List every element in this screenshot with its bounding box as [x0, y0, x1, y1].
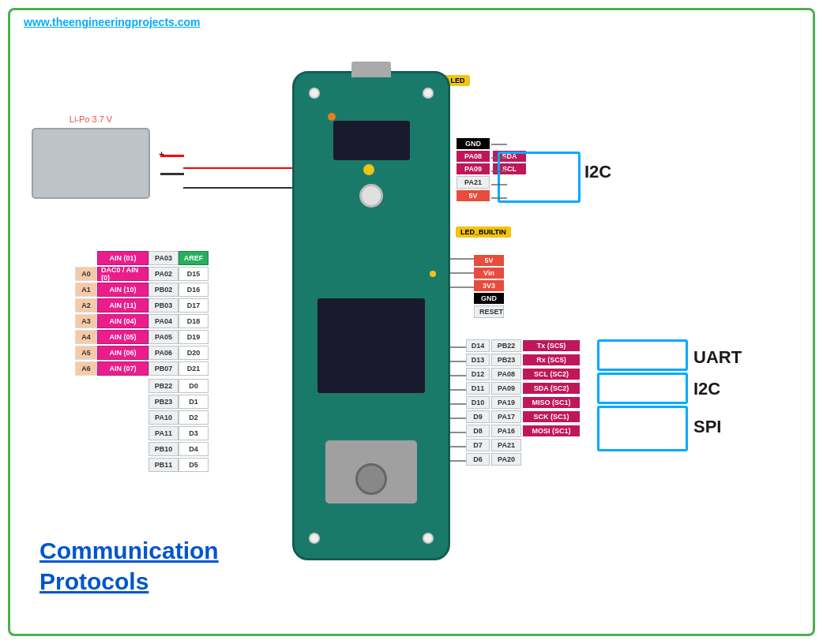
hole-bl	[309, 533, 320, 544]
battery-wire-black	[160, 173, 184, 175]
gnd-label-mid: GND	[474, 293, 504, 304]
pin-miso-sc1: MISO (SC1)	[523, 397, 580, 408]
pin-row-top: AIN (01) PA03 AREF	[75, 251, 209, 265]
pin-pa21-r: PA21	[491, 439, 521, 451]
pin-pa19-r: PA19	[491, 396, 521, 409]
pin-row-a2: A2 AIN (11) PB03 D17	[75, 298, 209, 313]
pin-pa16-r: PA16	[491, 425, 521, 437]
pin-row-a4: A4 AIN (05) PA05 D19	[75, 330, 209, 344]
pin-row-d8: D8 PA16 MOSI (SC1)	[466, 425, 580, 437]
right-pin-table: D14 PB22 Tx (SC5) D13 PB23 Rx (SC5) D12 …	[466, 339, 580, 467]
pin-row-pb10: PB10 D4	[75, 442, 209, 456]
led-yellow	[363, 164, 374, 175]
pin-d6: D6	[466, 453, 490, 466]
uart-bracket	[597, 339, 688, 371]
battery-body: + -	[32, 128, 150, 199]
pin-5v-label: 5V	[457, 190, 490, 201]
pin-pa21-label: PA21	[457, 176, 490, 189]
pin-pb23-r: PB23	[491, 354, 521, 366]
pin-row-d6: D6 PA20	[466, 453, 580, 466]
pin-pa08-label: PA08	[457, 151, 490, 162]
pin-pa09-label: PA09	[457, 163, 490, 174]
pin-row-d10: D10 PA19 MISO (SC1)	[466, 396, 580, 409]
pin-pa09-r: PA09	[491, 382, 521, 395]
pin-pa20-r: PA20	[491, 453, 521, 466]
voltage-labels-right: 5V Vin 3V3 GND RESET	[474, 255, 504, 320]
v5-label: 5V	[474, 255, 504, 266]
led-builtin-indicator	[430, 271, 436, 277]
pin-row-d11: D11 PA09 SDA (SC2)	[466, 382, 580, 395]
spi-label: SPI	[693, 417, 721, 437]
pin-row-d9: D9 PA17 SCK (SC1)	[466, 410, 580, 423]
pin-row-a3: A3 AIN (04) PA04 D18	[75, 314, 209, 328]
pin-mosi-sc1: MOSI (SC1)	[523, 425, 580, 436]
pin-tx-sc5: Tx (SC5)	[523, 340, 580, 351]
pin-d8: D8	[466, 425, 490, 437]
pin-a0: A0	[75, 267, 97, 281]
pin-sda-sc2: SDA (SC2)	[523, 383, 580, 394]
pin-row-a5: A5 AIN (06) PA06 D20	[75, 346, 209, 360]
usb-connector	[351, 62, 391, 77]
pin-row-d13: D13 PB23 Rx (SC5)	[466, 354, 580, 366]
pin-rx-sc5: Rx (SC5)	[523, 354, 580, 365]
hole-tr	[423, 88, 434, 99]
pin-row-d14: D14 PB22 Tx (SC5)	[466, 339, 580, 352]
pin-row-pb23: PB23 D1	[75, 395, 209, 409]
i2c-top-label: I2C	[584, 162, 611, 182]
pin-ain-dac0: DAC0 / AIN (0)	[97, 267, 148, 281]
pin-row-pa10: PA10 D2	[75, 410, 209, 425]
pin-pb22-r: PB22	[491, 339, 521, 352]
communication-title: Communication Protocols	[39, 535, 219, 597]
hole-tl	[309, 88, 320, 99]
led-builtin-label: LED_BUILTIN	[456, 227, 511, 238]
pin-row-pb22: PB22 D0	[75, 379, 209, 393]
pin-row-pb11: PB11 D5	[75, 458, 209, 472]
arduino-board	[292, 71, 450, 560]
main-chip	[318, 298, 425, 393]
reset-button	[355, 463, 387, 495]
pin-row-pa11: PA11 D3	[75, 426, 209, 440]
pin-pa02: PA02	[148, 267, 179, 281]
pin-d10: D10	[466, 396, 490, 409]
pin-row-a0: A0 DAC0 / AIN (0) PA02 D15	[75, 267, 209, 281]
pin-d13: D13	[466, 354, 490, 366]
component-circle	[359, 184, 383, 208]
pin-ain01: AIN (01)	[97, 251, 148, 265]
reset-label: RESET	[474, 305, 504, 318]
pin-d14: D14	[466, 339, 490, 352]
battery-label: Li-Po 3.7 V	[32, 114, 150, 124]
spi-bracket	[597, 406, 688, 451]
pin-row-a6: A6 AIN (07) PB07 D21	[75, 361, 209, 376]
pin-d15: D15	[179, 267, 209, 281]
pin-d7: D7	[466, 439, 490, 451]
pin-d9: D9	[466, 410, 490, 423]
pin-row-a1: A1 AIN (10) PB02 D16	[75, 283, 209, 297]
website-url: www.theengineeringprojects.com	[24, 16, 201, 28]
lower-left-pins: PB22 D0 PB23 D1 PA10 D2 PA11 D3 PB10 D4	[75, 379, 209, 472]
hole-br	[423, 533, 434, 544]
pin-sck-sc1: SCK (SC1)	[523, 411, 580, 422]
pin-d12: D12	[466, 368, 490, 380]
battery-wire-red	[160, 155, 184, 157]
communication-protocols: Communication Protocols	[39, 535, 219, 597]
pin-scl-sc2: SCL (SC2)	[523, 369, 580, 380]
pin-row-d7: D7 PA21	[466, 439, 580, 451]
vin-label: Vin	[474, 268, 504, 279]
i2c-top-bracket	[498, 152, 581, 203]
pin-d11: D11	[466, 382, 490, 395]
3v3-label: 3V3	[474, 280, 504, 291]
uart-label: UART	[693, 347, 742, 368]
pin-row-d12: D12 PA08 SCL (SC2)	[466, 368, 580, 380]
pin-table-left: AIN (01) PA03 AREF A0 DAC0 / AIN (0) PA0…	[75, 251, 209, 474]
battery-section: Li-Po 3.7 V + -	[32, 114, 150, 199]
i2c-right-label: I2C	[693, 379, 720, 399]
led-charger	[328, 113, 336, 121]
pin-pa03: PA03	[148, 251, 179, 265]
pin-gnd-label: GND	[457, 138, 490, 149]
pin-gnd-top: GND	[457, 138, 526, 149]
chip-top	[333, 121, 410, 160]
pin-pa08-r: PA08	[491, 368, 521, 380]
i2c-right-bracket	[597, 373, 688, 404]
pin-aref: AREF	[179, 251, 209, 265]
pin-pa17-r: PA17	[491, 410, 521, 423]
